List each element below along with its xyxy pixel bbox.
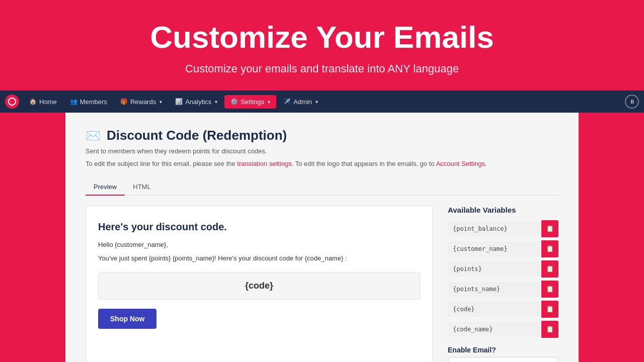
account-settings-link[interactable]: Account Settings bbox=[436, 160, 485, 167]
page-info-middle: . To edit the logo that appears in the e… bbox=[292, 160, 436, 167]
nav-rewards-label: Rewards bbox=[130, 98, 156, 106]
variable-tag-code: {code} bbox=[448, 302, 541, 317]
sidebar-item-settings[interactable]: ⚙️ Settings ▾ bbox=[224, 95, 276, 109]
copy-points-name-button[interactable]: 📋 bbox=[541, 281, 558, 298]
variable-tag-code-name: {code_name} bbox=[448, 322, 541, 337]
email-greeting: Hello {customer_name}, bbox=[98, 241, 420, 248]
variables-panel: Available Variables {point_balance} 📋 {c… bbox=[448, 206, 558, 362]
copy-point-balance-button[interactable]: 📋 bbox=[541, 220, 558, 237]
hero-title: Customize Your Emails bbox=[10, 20, 634, 54]
nav-home-label: Home bbox=[39, 98, 57, 106]
variable-row-point-balance: {point_balance} 📋 bbox=[448, 220, 558, 237]
page-info-prefix: To edit the subject line for this email,… bbox=[86, 160, 237, 167]
email-preview: Here's your discount code. Hello {custom… bbox=[86, 206, 433, 362]
copy-points-button[interactable]: 📋 bbox=[541, 260, 558, 278]
analytics-icon: 📊 bbox=[175, 98, 183, 105]
navbar-logo-inner bbox=[8, 98, 16, 106]
enable-email-select[interactable]: Enabled Disabled bbox=[448, 357, 558, 362]
variable-tag-customer-name: {customer_name} bbox=[448, 241, 541, 256]
rewards-dropdown-icon: ▾ bbox=[159, 99, 162, 105]
page-header: ✉️ Discount Code (Redemption) bbox=[86, 128, 558, 143]
copy-code-name-button[interactable]: 📋 bbox=[541, 321, 558, 338]
navbar-right: ⏸ bbox=[625, 95, 639, 109]
nav-admin-label: Admin bbox=[293, 98, 312, 106]
variable-row-customer-name: {customer_name} 📋 bbox=[448, 240, 558, 257]
page-info-suffix: . bbox=[485, 160, 487, 167]
members-icon: 👥 bbox=[70, 98, 77, 105]
enable-email-label: Enable Email? bbox=[448, 346, 558, 354]
navbar-logo bbox=[5, 95, 19, 109]
page-description: Sent to members when they redeem points … bbox=[86, 147, 558, 155]
settings-dropdown-icon: ▾ bbox=[268, 99, 270, 105]
variable-tag-points-name: {points_name} bbox=[448, 282, 541, 297]
settings-icon: ⚙️ bbox=[230, 98, 238, 105]
copy-code-button[interactable]: 📋 bbox=[541, 301, 558, 318]
sidebar-item-admin[interactable]: ✈️ Admin ▾ bbox=[277, 95, 324, 109]
navbar: 🏠 Home 👥 Members 🎁 Rewards ▾ 📊 Analytics… bbox=[0, 90, 644, 113]
admin-dropdown-icon: ▾ bbox=[315, 99, 318, 105]
main-layout: Here's your discount code. Hello {custom… bbox=[86, 206, 558, 362]
variable-row-code-name: {code_name} 📋 bbox=[448, 321, 558, 338]
email-icon: ✉️ bbox=[86, 129, 101, 143]
nav-items: 🏠 Home 👥 Members 🎁 Rewards ▾ 📊 Analytics… bbox=[23, 95, 625, 109]
pause-button[interactable]: ⏸ bbox=[625, 95, 639, 109]
tab-preview[interactable]: Preview bbox=[86, 179, 125, 196]
email-body: You've just spent {points} {points_name}… bbox=[98, 253, 420, 263]
nav-analytics-label: Analytics bbox=[185, 98, 211, 106]
rewards-icon: 🎁 bbox=[120, 98, 128, 105]
enable-email-section: Enable Email? Enabled Disabled ★ Upgrade bbox=[448, 346, 558, 362]
hero-subtitle: Customize your emails and translate into… bbox=[10, 62, 634, 75]
email-code-box: {code} bbox=[98, 272, 420, 300]
app-window: ✉️ Discount Code (Redemption) Sent to me… bbox=[65, 113, 579, 362]
nav-settings-label: Settings bbox=[240, 98, 264, 106]
tab-html[interactable]: HTML bbox=[125, 179, 158, 196]
sidebar-item-home[interactable]: 🏠 Home bbox=[23, 95, 63, 109]
page-info: To edit the subject line for this email,… bbox=[86, 159, 558, 169]
admin-icon: ✈️ bbox=[283, 98, 291, 105]
copy-customer-name-button[interactable]: 📋 bbox=[541, 240, 558, 257]
variable-tag-points: {points} bbox=[448, 261, 541, 277]
translation-settings-link[interactable]: translation settings bbox=[237, 160, 291, 167]
sidebar-item-analytics[interactable]: 📊 Analytics ▾ bbox=[169, 95, 223, 109]
email-preview-title: Here's your discount code. bbox=[98, 221, 420, 233]
variable-row-code: {code} 📋 bbox=[448, 301, 558, 318]
variables-title: Available Variables bbox=[448, 206, 558, 214]
home-icon: 🏠 bbox=[29, 98, 37, 105]
sidebar-item-rewards[interactable]: 🎁 Rewards ▾ bbox=[114, 95, 168, 109]
email-tabs: Preview HTML bbox=[86, 179, 558, 196]
shop-now-button[interactable]: Shop Now bbox=[98, 309, 156, 329]
page-title: Discount Code (Redemption) bbox=[107, 128, 287, 143]
variable-row-points: {points} 📋 bbox=[448, 260, 558, 278]
analytics-dropdown-icon: ▾ bbox=[215, 99, 217, 105]
variable-tag-point-balance: {point_balance} bbox=[448, 221, 541, 236]
nav-members-label: Members bbox=[80, 98, 107, 106]
hero-section: Customize Your Emails Customize your ema… bbox=[0, 0, 644, 90]
sidebar-item-members[interactable]: 👥 Members bbox=[64, 95, 113, 109]
variable-row-points-name: {points_name} 📋 bbox=[448, 281, 558, 298]
